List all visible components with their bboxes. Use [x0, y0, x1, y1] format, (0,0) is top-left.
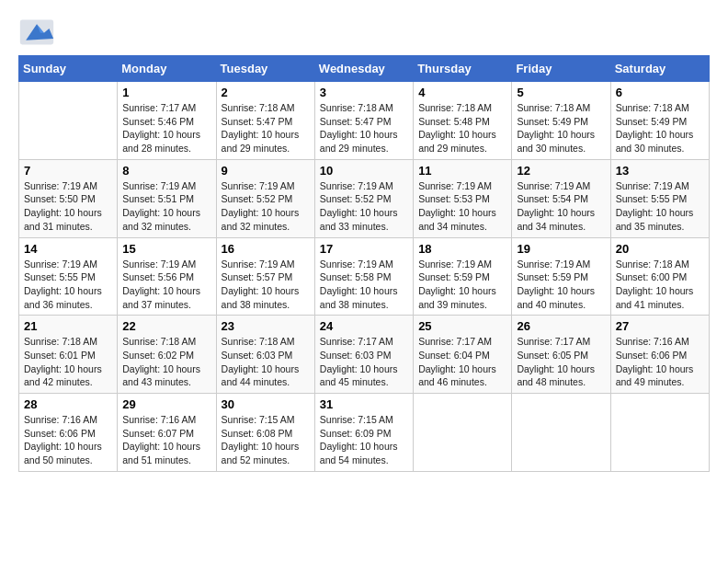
day-info: Sunrise: 7:15 AMSunset: 6:08 PMDaylight:… [222, 413, 310, 467]
calendar-cell: 13Sunrise: 7:19 AMSunset: 5:55 PMDayligh… [610, 159, 709, 237]
calendar-cell: 21Sunrise: 7:18 AMSunset: 6:01 PMDayligh… [19, 316, 118, 394]
day-header-tuesday: Tuesday [216, 56, 314, 82]
day-number: 9 [222, 164, 310, 178]
calendar-week-row: 1Sunrise: 7:17 AMSunset: 5:46 PMDaylight… [19, 82, 710, 160]
calendar-cell: 23Sunrise: 7:18 AMSunset: 6:03 PMDayligh… [216, 316, 314, 394]
day-info: Sunrise: 7:16 AMSunset: 6:07 PMDaylight:… [122, 413, 210, 467]
day-number: 17 [320, 242, 408, 256]
day-info: Sunrise: 7:17 AMSunset: 6:04 PMDaylight:… [418, 335, 506, 389]
calendar-cell: 20Sunrise: 7:18 AMSunset: 6:00 PMDayligh… [610, 237, 709, 316]
calendar-week-row: 28Sunrise: 7:16 AMSunset: 6:06 PMDayligh… [19, 394, 710, 472]
day-number: 27 [616, 319, 704, 333]
day-info: Sunrise: 7:19 AMSunset: 5:52 PMDaylight:… [320, 179, 408, 234]
day-info: Sunrise: 7:19 AMSunset: 5:56 PMDaylight:… [122, 258, 210, 312]
day-number: 15 [122, 242, 210, 256]
day-number: 1 [122, 86, 210, 99]
calendar-body: 1Sunrise: 7:17 AMSunset: 5:46 PMDaylight… [19, 82, 710, 472]
day-number: 7 [24, 164, 112, 178]
calendar-cell [19, 82, 118, 160]
calendar-cell: 2Sunrise: 7:18 AMSunset: 5:47 PMDaylight… [216, 82, 314, 160]
calendar-cell: 16Sunrise: 7:19 AMSunset: 5:57 PMDayligh… [216, 237, 314, 316]
day-info: Sunrise: 7:17 AMSunset: 5:46 PMDaylight:… [122, 101, 210, 155]
calendar-cell: 17Sunrise: 7:19 AMSunset: 5:58 PMDayligh… [314, 237, 413, 316]
day-info: Sunrise: 7:19 AMSunset: 5:57 PMDaylight:… [222, 258, 310, 312]
day-info: Sunrise: 7:18 AMSunset: 5:48 PMDaylight:… [418, 101, 506, 155]
day-info: Sunrise: 7:18 AMSunset: 5:49 PMDaylight:… [517, 101, 605, 155]
day-info: Sunrise: 7:19 AMSunset: 5:55 PMDaylight:… [24, 258, 112, 312]
calendar-cell: 24Sunrise: 7:17 AMSunset: 6:03 PMDayligh… [314, 316, 413, 394]
day-info: Sunrise: 7:15 AMSunset: 6:09 PMDaylight:… [320, 413, 408, 467]
day-number: 10 [320, 164, 408, 178]
day-info: Sunrise: 7:19 AMSunset: 5:55 PMDaylight:… [616, 179, 704, 234]
calendar-cell: 29Sunrise: 7:16 AMSunset: 6:07 PMDayligh… [118, 394, 216, 472]
day-info: Sunrise: 7:19 AMSunset: 5:53 PMDaylight:… [418, 179, 506, 234]
calendar-cell: 5Sunrise: 7:18 AMSunset: 5:49 PMDaylight… [512, 82, 610, 160]
calendar-cell: 28Sunrise: 7:16 AMSunset: 6:06 PMDayligh… [19, 394, 118, 472]
calendar-cell: 11Sunrise: 7:19 AMSunset: 5:53 PMDayligh… [414, 159, 512, 237]
calendar-cell: 1Sunrise: 7:17 AMSunset: 5:46 PMDaylight… [118, 82, 216, 160]
calendar-cell: 27Sunrise: 7:16 AMSunset: 6:06 PMDayligh… [610, 316, 709, 394]
calendar-table: SundayMondayTuesdayWednesdayThursdayFrid… [18, 55, 710, 472]
day-number: 21 [24, 319, 112, 333]
day-header-saturday: Saturday [610, 56, 709, 82]
day-info: Sunrise: 7:17 AMSunset: 6:05 PMDaylight:… [517, 335, 605, 389]
day-info: Sunrise: 7:18 AMSunset: 6:00 PMDaylight:… [616, 258, 704, 312]
day-info: Sunrise: 7:19 AMSunset: 5:54 PMDaylight:… [517, 179, 605, 234]
day-info: Sunrise: 7:16 AMSunset: 6:06 PMDaylight:… [616, 335, 704, 389]
day-number: 3 [320, 86, 408, 99]
day-number: 18 [418, 242, 506, 256]
calendar-week-row: 7Sunrise: 7:19 AMSunset: 5:50 PMDaylight… [19, 159, 710, 237]
logo-icon [18, 18, 55, 46]
calendar-cell: 19Sunrise: 7:19 AMSunset: 5:59 PMDayligh… [512, 237, 610, 316]
calendar-cell: 25Sunrise: 7:17 AMSunset: 6:04 PMDayligh… [414, 316, 512, 394]
calendar-cell: 3Sunrise: 7:18 AMSunset: 5:47 PMDaylight… [314, 82, 413, 160]
day-number: 22 [122, 319, 210, 333]
calendar-cell: 10Sunrise: 7:19 AMSunset: 5:52 PMDayligh… [314, 159, 413, 237]
calendar-cell: 7Sunrise: 7:19 AMSunset: 5:50 PMDaylight… [19, 159, 118, 237]
day-number: 20 [616, 242, 704, 256]
calendar-cell [610, 394, 709, 472]
day-info: Sunrise: 7:18 AMSunset: 6:03 PMDaylight:… [222, 335, 310, 389]
day-number: 13 [616, 164, 704, 178]
calendar-cell: 12Sunrise: 7:19 AMSunset: 5:54 PMDayligh… [512, 159, 610, 237]
day-number: 19 [517, 242, 605, 256]
day-number: 4 [418, 86, 506, 99]
calendar-cell: 9Sunrise: 7:19 AMSunset: 5:52 PMDaylight… [216, 159, 314, 237]
day-number: 11 [418, 164, 506, 178]
day-info: Sunrise: 7:19 AMSunset: 5:52 PMDaylight:… [222, 179, 310, 234]
day-number: 25 [418, 319, 506, 333]
day-number: 29 [122, 397, 210, 411]
calendar-cell: 6Sunrise: 7:18 AMSunset: 5:49 PMDaylight… [610, 82, 709, 160]
day-info: Sunrise: 7:18 AMSunset: 6:01 PMDaylight:… [24, 335, 112, 389]
day-info: Sunrise: 7:18 AMSunset: 6:02 PMDaylight:… [122, 335, 210, 389]
calendar-cell: 4Sunrise: 7:18 AMSunset: 5:48 PMDaylight… [414, 82, 512, 160]
calendar-cell: 31Sunrise: 7:15 AMSunset: 6:09 PMDayligh… [314, 394, 413, 472]
calendar-cell: 26Sunrise: 7:17 AMSunset: 6:05 PMDayligh… [512, 316, 610, 394]
calendar-cell: 14Sunrise: 7:19 AMSunset: 5:55 PMDayligh… [19, 237, 118, 316]
day-info: Sunrise: 7:17 AMSunset: 6:03 PMDaylight:… [320, 335, 408, 389]
day-number: 24 [320, 319, 408, 333]
calendar-cell: 8Sunrise: 7:19 AMSunset: 5:51 PMDaylight… [118, 159, 216, 237]
day-number: 8 [122, 164, 210, 178]
day-number: 28 [24, 397, 112, 411]
day-header-monday: Monday [118, 56, 216, 82]
day-header-wednesday: Wednesday [314, 56, 413, 82]
day-header-sunday: Sunday [19, 56, 118, 82]
day-number: 30 [222, 397, 310, 411]
calendar-cell [414, 394, 512, 472]
calendar-week-row: 21Sunrise: 7:18 AMSunset: 6:01 PMDayligh… [19, 316, 710, 394]
calendar-header-row: SundayMondayTuesdayWednesdayThursdayFrid… [19, 56, 710, 82]
day-info: Sunrise: 7:19 AMSunset: 5:58 PMDaylight:… [320, 258, 408, 312]
calendar-cell [512, 394, 610, 472]
day-info: Sunrise: 7:19 AMSunset: 5:59 PMDaylight:… [517, 258, 605, 312]
day-number: 16 [222, 242, 310, 256]
day-info: Sunrise: 7:19 AMSunset: 5:59 PMDaylight:… [418, 258, 506, 312]
day-info: Sunrise: 7:16 AMSunset: 6:06 PMDaylight:… [24, 413, 112, 467]
day-info: Sunrise: 7:19 AMSunset: 5:50 PMDaylight:… [24, 179, 112, 234]
day-info: Sunrise: 7:18 AMSunset: 5:47 PMDaylight:… [320, 101, 408, 155]
day-number: 31 [320, 397, 408, 411]
day-header-friday: Friday [512, 56, 610, 82]
calendar-cell: 18Sunrise: 7:19 AMSunset: 5:59 PMDayligh… [414, 237, 512, 316]
day-number: 26 [517, 319, 605, 333]
day-number: 23 [222, 319, 310, 333]
